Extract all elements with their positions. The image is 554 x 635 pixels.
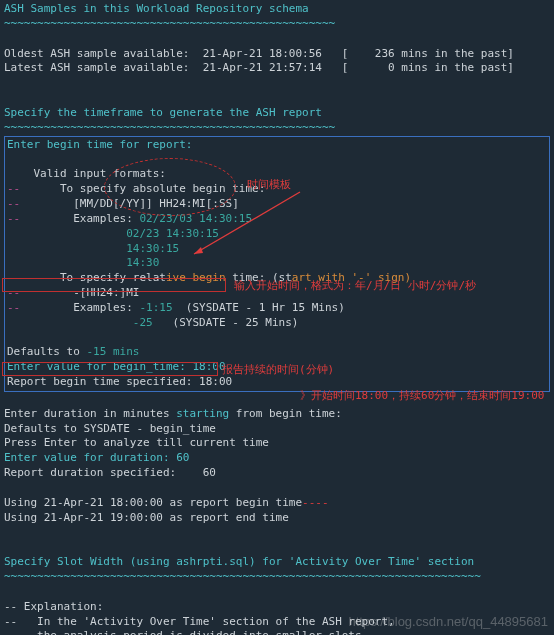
- separator: ~~~~~~~~~~~~~~~~~~~~~~~~~~~~~~~~~~~~~~~~…: [4, 17, 554, 32]
- separator: ~~~~~~~~~~~~~~~~~~~~~~~~~~~~~~~~~~~~~~~~…: [4, 570, 554, 585]
- oldest-sample: Oldest ASH sample available: 21-Apr-21 1…: [4, 47, 554, 62]
- watermark: https://blog.csdn.net/qq_44895681: [349, 613, 549, 631]
- latest-sample: Latest ASH sample available: 21-Apr-21 2…: [4, 61, 554, 76]
- report-duration: Report duration specified: 60: [4, 466, 554, 481]
- annotation-template: 时间模板: [247, 178, 291, 193]
- annotation-duration: 报告持续的时间(分钟): [222, 363, 334, 378]
- ellipse-annotation: [104, 158, 236, 216]
- section-title: ASH Samples in this Workload Repository …: [4, 2, 554, 17]
- annotation-input-begin: 输入开始时间，格式为：年/月/日 小时/分钟/秒: [234, 279, 476, 294]
- red-box-begin-time: [2, 278, 226, 292]
- terminal-output: ASH Samples in this Workload Repository …: [4, 2, 554, 635]
- separator: ~~~~~~~~~~~~~~~~~~~~~~~~~~~~~~~~~~~~~~~~…: [4, 121, 554, 136]
- begin-time-block: Enter begin time for report: Valid input…: [4, 136, 550, 392]
- section-title: Specify the timeframe to generate the AS…: [4, 106, 554, 121]
- section-title: Specify Slot Width (using ashrpti.sql) f…: [4, 555, 554, 570]
- annotation-summary: 》开始时间18:00，持续60分钟，结束时间19:00: [300, 389, 544, 404]
- red-box-duration: [2, 362, 218, 376]
